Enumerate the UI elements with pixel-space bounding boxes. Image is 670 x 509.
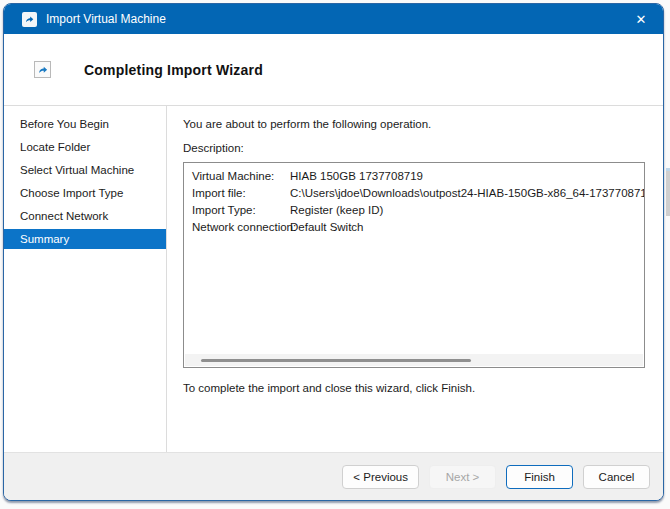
import-vm-wizard-window: Import Virtual Machine ✕ Completing Impo… [3,3,664,501]
summary-value: Register (keep ID) [290,202,644,219]
sidebar-item-locate-folder[interactable]: Locate Folder [4,137,166,157]
sidebar-item-select-virtual-machine[interactable]: Select Virtual Machine [4,160,166,180]
horizontal-scrollbar[interactable] [185,354,643,366]
window-title: Import Virtual Machine [46,12,619,26]
finish-instruction-text: To complete the import and close this wi… [183,382,645,394]
wizard-steps-sidebar: Before You Begin Locate Folder Select Vi… [4,106,167,452]
cancel-button[interactable]: Cancel [583,465,650,489]
summary-value: Default Switch [290,219,644,236]
summary-key: Import file: [192,185,290,202]
previous-button[interactable]: < Previous [342,465,419,489]
wizard-body: Before You Begin Locate Folder Select Vi… [4,106,663,452]
summary-row-virtual-machine: Virtual Machine: HIAB 150GB 1737708719 [192,168,644,185]
finish-button[interactable]: Finish [506,465,573,489]
app-import-icon [22,12,37,27]
page-title: Completing Import Wizard [84,62,263,78]
description-label: Description: [183,142,645,154]
summary-row-network-connection: Network connection: Default Switch [192,219,644,236]
summary-row-import-type: Import Type: Register (keep ID) [192,202,644,219]
next-button: Next > [429,465,496,489]
button-bar: < Previous Next > Finish Cancel [4,452,663,500]
summary-key: Network connection: [192,219,290,236]
summary-key: Virtual Machine: [192,168,290,185]
background-window-edge [666,168,670,216]
horizontal-scrollbar-thumb[interactable] [201,359,471,362]
sidebar-item-summary[interactable]: Summary [4,229,166,249]
sidebar-item-connect-network[interactable]: Connect Network [4,206,166,226]
close-icon[interactable]: ✕ [619,4,663,34]
summary-key: Import Type: [192,202,290,219]
sidebar-item-before-you-begin[interactable]: Before You Begin [4,114,166,134]
title-bar: Import Virtual Machine ✕ [4,4,663,34]
wizard-header: Completing Import Wizard [4,34,663,106]
summary-value: HIAB 150GB 1737708719 [290,168,644,185]
summary-page-content: You are about to perform the following o… [167,106,663,452]
header-import-icon [34,61,51,78]
description-summary-box: Virtual Machine: HIAB 150GB 1737708719 I… [183,162,645,368]
operation-intro-text: You are about to perform the following o… [183,118,645,130]
summary-row-import-file: Import file: C:\Users\jdoe\Downloads\out… [192,185,644,202]
summary-value: C:\Users\jdoe\Downloads\outpost24-HIAB-1… [290,185,644,202]
sidebar-item-choose-import-type[interactable]: Choose Import Type [4,183,166,203]
